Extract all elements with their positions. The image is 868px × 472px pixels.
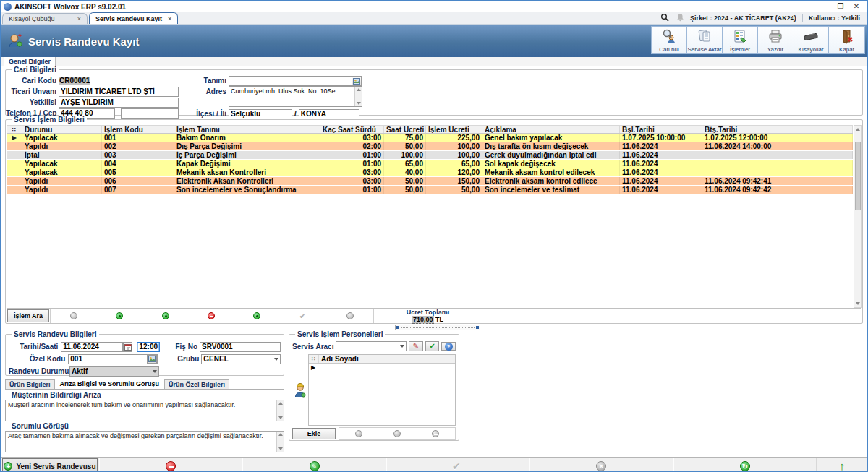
minimize-icon[interactable]: – [817, 2, 833, 12]
column-header[interactable]: Açıklama [482, 126, 620, 133]
table-row[interactable]: Yapıldı006Elektronik Aksan Kontrolleri03… [7, 177, 853, 186]
islem-grid[interactable]: ∷Durumuİşlem Koduİşlem TanımıKaç Saat Sü… [7, 125, 853, 308]
table-row[interactable]: Yapıldı002Dış Parça Değişimi02:0050,0010… [7, 142, 853, 151]
adres-scrollbar[interactable] [354, 87, 362, 106]
personel-grid-body[interactable]: ▶ [309, 364, 455, 425]
scrollbar-thumb[interactable] [855, 142, 861, 210]
fis-no-field[interactable] [200, 342, 281, 352]
cari-kodu-value[interactable]: CR00001 [59, 77, 90, 85]
refresh-record-icon[interactable] [740, 461, 750, 471]
calendar-button[interactable] [123, 342, 132, 352]
tarih-field[interactable] [61, 342, 123, 352]
tab-urun-bilgileri[interactable]: Ürün Bilgileri [5, 379, 55, 389]
horizontal-slider[interactable] [395, 325, 480, 330]
servise-aktar-button[interactable]: Servise Aktar [687, 27, 723, 53]
close-tab-icon[interactable]: × [77, 15, 81, 22]
ozel-kodu-lookup-button[interactable] [147, 355, 157, 364]
yazdir-button[interactable]: Yazdır [758, 27, 793, 53]
company-label[interactable]: Şirket : 2024 - AK TİCARET (AK24) [684, 14, 802, 22]
cell-saat_ucreti: 100,00 [384, 151, 426, 159]
close-icon[interactable]: ✕ [848, 2, 864, 12]
delete-record-icon[interactable] [166, 461, 176, 471]
nav-delete-icon[interactable] [208, 312, 215, 319]
ticari-unvani-field[interactable] [59, 87, 179, 97]
confirm-record-icon[interactable] [452, 461, 464, 471]
edit-pen-button[interactable]: ✎ [409, 341, 423, 351]
gorus-textarea[interactable]: Araç tamamen bakıma alınacak ve değişmes… [5, 431, 284, 452]
tab-ariza-bilgisi[interactable]: Arıza Bilgisi ve Sorumlu Görüşü [56, 379, 164, 389]
slider-left-cap[interactable] [396, 326, 399, 329]
column-header[interactable]: İşlem Kodu [102, 126, 174, 133]
nav-post-icon[interactable] [253, 312, 260, 319]
tanimi-field[interactable] [229, 76, 362, 86]
personel-grid[interactable]: ∷ Adı Soyadı ▶ [308, 354, 456, 426]
export-up-icon[interactable] [838, 460, 846, 472]
personel-nav-2-icon[interactable] [393, 430, 401, 437]
gorus-scrollbar[interactable] [276, 432, 284, 452]
bell-icon[interactable] [676, 13, 684, 23]
help-button[interactable]: ? [441, 342, 456, 351]
column-header[interactable]: Durumu [22, 126, 102, 133]
column-header[interactable]: Btş.Tarihi [702, 126, 809, 133]
personel-nav-3-icon[interactable] [432, 430, 439, 437]
column-header[interactable]: Bşl.Tarihi [620, 126, 702, 133]
slider-right-cap[interactable] [476, 326, 479, 329]
yetkilisi-field[interactable] [59, 98, 179, 108]
ozel-kodu-field[interactable] [68, 354, 158, 364]
islemler-button[interactable]: İşlemler [723, 27, 758, 53]
servis-araci-select[interactable] [336, 341, 407, 351]
edit-record-icon[interactable] [310, 461, 320, 471]
tanimi-lookup-button[interactable] [352, 77, 362, 86]
randevu-durumu-select[interactable]: Aktif [69, 366, 159, 377]
cell-bsl: 11.06.2024 [620, 160, 702, 168]
nav-edit-icon[interactable] [162, 312, 169, 319]
cell-aciklama: Son incelemeler ve teslimat [482, 186, 620, 194]
cell-tanim: İç Parça Değişimi [174, 151, 320, 159]
personel-nav-1-icon[interactable] [355, 430, 362, 437]
search-icon[interactable] [660, 13, 669, 23]
close-tab-icon[interactable]: × [168, 15, 171, 22]
cancel-record-icon[interactable] [596, 461, 606, 471]
scroll-up-icon[interactable] [856, 128, 860, 131]
column-header[interactable]: İşlem Tanımı [174, 126, 320, 133]
table-row[interactable]: Yapılacak005Mekanik aksan Kontrolleri03:… [7, 168, 853, 177]
column-header[interactable]: İşlem Ücreti [426, 126, 482, 133]
apply-button[interactable]: ✔ [425, 341, 440, 351]
tab-genel-bilgiler[interactable]: Genel Bilgiler [4, 56, 56, 66]
adres-field[interactable]: Cumhuriyet mh. Ulus Sok. No: 10Se [229, 86, 362, 107]
cell-aciklama: Dış tarafta ön kısım değişecek [482, 142, 620, 150]
column-header[interactable]: Saat Ücreti [384, 126, 426, 133]
table-row[interactable]: Yapıldı007Son incelemeler ve Sonuçlandır… [7, 186, 853, 194]
kisayollar-button[interactable]: Kısayollar [793, 27, 829, 53]
nav-first-icon[interactable] [70, 312, 77, 319]
telefon2-field[interactable] [121, 108, 179, 119]
scroll-down-icon[interactable] [856, 302, 860, 305]
ekle-button[interactable]: Ekle [292, 428, 336, 439]
nav-confirm-icon[interactable] [299, 312, 308, 320]
table-row[interactable]: Yapılacak004Kapak Değişimi01:0065,0065,0… [7, 160, 853, 168]
chevron-down-icon [400, 345, 404, 348]
kapat-button[interactable]: Kapat [829, 27, 864, 53]
ariza-scrollbar[interactable] [276, 400, 284, 421]
table-row[interactable]: ▶Yapılacak001Bakım Onarım03:0075,00225,0… [7, 134, 853, 142]
nav-insert-icon[interactable] [116, 312, 123, 319]
ilce-il-label: İlçesi / İli [187, 110, 226, 118]
tab-urun-ozel-bilgileri[interactable]: Ürün Özel Bilgileri [164, 379, 229, 389]
ariza-textarea[interactable]: Müşteri aracının incelenerek tüm bakım v… [5, 400, 284, 421]
cell-filler [809, 142, 853, 150]
tab-kisayol-cubugu[interactable]: Kısayol Çubuğu × [2, 13, 88, 24]
saat-field[interactable] [137, 342, 160, 352]
table-row[interactable]: İptal003İç Parça Değişimi01:00100,00100,… [7, 151, 853, 160]
maximize-icon[interactable]: ❐ [833, 2, 848, 12]
cell-sure: 01:00 [320, 186, 384, 194]
il-field[interactable] [299, 109, 359, 119]
grid-vertical-scrollbar[interactable] [854, 125, 862, 308]
cari-bul-button[interactable]: Cari bul [652, 27, 687, 53]
tab-servis-randevu-kayit[interactable]: Servis Randevu Kayıt × [89, 12, 178, 24]
grubu-select[interactable]: GENEL [201, 354, 281, 364]
column-header[interactable]: Kaç Saat Sürdü [320, 126, 384, 133]
ilce-field[interactable] [229, 109, 292, 119]
yeni-servis-randevusu-button[interactable]: Yeni Servis Randevusu [2, 458, 98, 472]
nav-refresh-icon[interactable] [346, 312, 354, 319]
islem-ara-button[interactable]: İşlem Ara [7, 309, 49, 322]
